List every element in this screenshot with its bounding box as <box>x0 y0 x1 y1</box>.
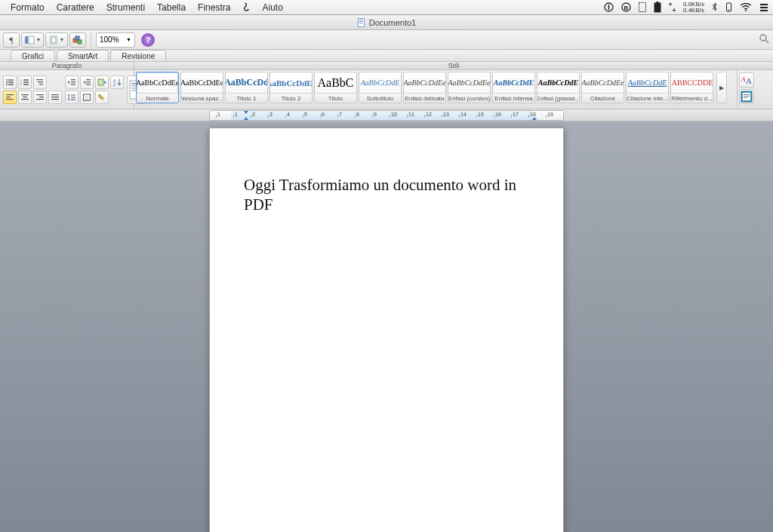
multilevel-list-button[interactable] <box>33 75 47 89</box>
menu-carattere[interactable]: Carattere <box>51 2 100 13</box>
change-styles-button[interactable]: AA <box>739 72 754 88</box>
style-item-2[interactable]: AaBbCcDdTitolo 1 <box>225 72 268 103</box>
increase-indent-button[interactable] <box>80 75 94 89</box>
style-label: Enfasi (grasse... <box>537 93 579 103</box>
menu-extras-icon[interactable] <box>759 3 768 12</box>
style-preview: AaBbCcDdE <box>359 72 401 93</box>
line-spacing-button[interactable] <box>65 91 79 104</box>
svg-line-26 <box>765 40 768 43</box>
style-item-8[interactable]: AaBbCcDdEEnfasi intensa <box>492 72 535 103</box>
svg-rect-50 <box>36 99 44 100</box>
svg-rect-16 <box>359 21 363 22</box>
style-preview: AaBbC <box>315 72 356 93</box>
menu-formato[interactable]: Formato <box>5 2 51 13</box>
text-direction-button[interactable] <box>95 75 109 89</box>
style-item-10[interactable]: AaBbCcDdEeCitazione <box>581 72 624 103</box>
zoom-selector[interactable]: 100%▼ <box>96 32 135 48</box>
phone-link-icon[interactable] <box>725 2 732 12</box>
script-menu-icon[interactable] <box>236 3 256 12</box>
status-icon-1[interactable] <box>604 2 614 12</box>
svg-rect-59 <box>86 84 91 85</box>
align-right-button[interactable] <box>33 91 47 104</box>
menu-finestra[interactable]: Finestra <box>192 2 236 13</box>
svg-text:A: A <box>741 75 746 83</box>
style-preview: AaBbCcDdEe <box>582 72 624 93</box>
page-1[interactable]: Oggi Trasformiamo un documento word in P… <box>209 128 564 532</box>
document-area[interactable]: Oggi Trasformiamo un documento word in P… <box>0 121 773 532</box>
ribbon-subtabs: Grafici SmartArt Revisione <box>0 50 773 62</box>
style-item-1[interactable]: AaBbCcDdEeNessuna spaz... <box>180 72 223 103</box>
svg-rect-12 <box>760 7 768 8</box>
style-item-4[interactable]: AaBbCTitolo <box>314 72 357 103</box>
style-preview: AABBCCDDEE <box>671 72 713 93</box>
document-title: Documento1 <box>369 18 416 27</box>
svg-rect-47 <box>21 99 29 100</box>
svg-rect-13 <box>760 10 768 11</box>
style-item-7[interactable]: AaBbCcDdEeEnfasi (corsivo) <box>448 72 491 103</box>
shading-button[interactable] <box>95 91 109 104</box>
document-body-text[interactable]: Oggi Trasformiamo un documento word in P… <box>244 175 529 215</box>
ruler-bar: 112345678910111213141516171819 <box>0 109 773 121</box>
status-icon-2[interactable]: B <box>621 2 631 12</box>
style-preview: AaBbCcDdEe <box>137 72 178 93</box>
borders-button[interactable] <box>80 91 94 104</box>
network-speed: 0.0KB/s0.4KB/s <box>683 2 704 14</box>
horizontal-ruler[interactable]: 112345678910111213141516171819 <box>209 110 564 121</box>
subtab-smartart[interactable]: SmartArt <box>57 50 109 61</box>
status-icon-dashed[interactable] <box>639 2 646 12</box>
search-icon[interactable] <box>758 32 770 45</box>
help-button[interactable]: ? <box>141 33 155 47</box>
svg-rect-36 <box>23 81 29 82</box>
svg-rect-4 <box>639 3 645 12</box>
style-item-0[interactable]: AaBbCcDdEeNormale <box>136 72 179 103</box>
style-item-6[interactable]: AaBbCcDdEeEnfasi delicata <box>403 72 446 103</box>
page-setup-button[interactable]: ▼ <box>45 32 68 48</box>
show-formatting-button[interactable]: ¶ <box>3 32 20 48</box>
left-indent-marker[interactable] <box>243 117 249 121</box>
svg-rect-42 <box>6 94 14 95</box>
decrease-indent-button[interactable] <box>65 75 79 89</box>
view-mode-button[interactable]: ▼ <box>21 32 44 48</box>
style-item-3[interactable]: AaBbCcDdEeTitolo 2 <box>269 72 313 103</box>
svg-rect-32 <box>8 84 14 85</box>
align-left-button[interactable] <box>3 91 17 104</box>
wifi-icon[interactable] <box>740 3 752 11</box>
menu-tabella[interactable]: Tabella <box>151 2 192 13</box>
bullets-button[interactable] <box>3 75 17 89</box>
numbering-button[interactable]: 123 <box>18 75 32 89</box>
layout-arrange-button[interactable] <box>69 32 86 48</box>
first-line-indent-marker[interactable] <box>243 110 249 114</box>
subtab-revisione[interactable]: Revisione <box>110 50 166 61</box>
style-preview: AaBbCcDdE <box>627 72 668 93</box>
separator <box>91 32 91 48</box>
align-center-button[interactable] <box>18 91 32 104</box>
styles-gallery: AaBbCcDdEeNormaleAaBbCcDdEeNessuna spaz.… <box>134 70 715 109</box>
svg-rect-64 <box>71 97 75 97</box>
svg-text:Z: Z <box>113 82 115 86</box>
svg-text:B: B <box>624 5 629 11</box>
menu-strumenti[interactable]: Strumenti <box>100 2 151 13</box>
svg-point-10 <box>745 10 747 11</box>
battery-icon[interactable] <box>654 2 661 13</box>
sort-button[interactable]: AZ <box>110 75 124 89</box>
style-label: Enfasi (corsivo) <box>448 93 490 103</box>
align-justify-button[interactable] <box>48 91 62 104</box>
style-item-5[interactable]: AaBbCcDdESottotitolo <box>359 72 402 103</box>
svg-rect-54 <box>71 79 75 80</box>
document-icon <box>357 18 366 27</box>
styles-scroll-right[interactable]: ▶ <box>716 72 727 103</box>
bluetooth-icon[interactable] <box>712 2 718 12</box>
menu-aiuto[interactable]: Aiuto <box>256 2 288 13</box>
right-indent-marker[interactable] <box>531 117 537 121</box>
style-item-11[interactable]: AaBbCcDdECitazione inte... <box>626 72 669 103</box>
svg-rect-46 <box>23 97 27 97</box>
svg-rect-57 <box>86 79 91 80</box>
svg-rect-24 <box>78 40 82 44</box>
subtab-grafici[interactable]: Grafici <box>11 50 55 61</box>
styles-pane-button[interactable] <box>739 89 754 104</box>
paragraph-group: 123 AZ <box>0 70 134 109</box>
style-item-12[interactable]: AABBCCDDEERiferimento d... <box>670 72 713 103</box>
style-item-9[interactable]: AaBbCcDdEEnfasi (grasse... <box>537 72 580 103</box>
svg-rect-55 <box>71 81 75 82</box>
updown-icon[interactable] <box>669 2 676 12</box>
